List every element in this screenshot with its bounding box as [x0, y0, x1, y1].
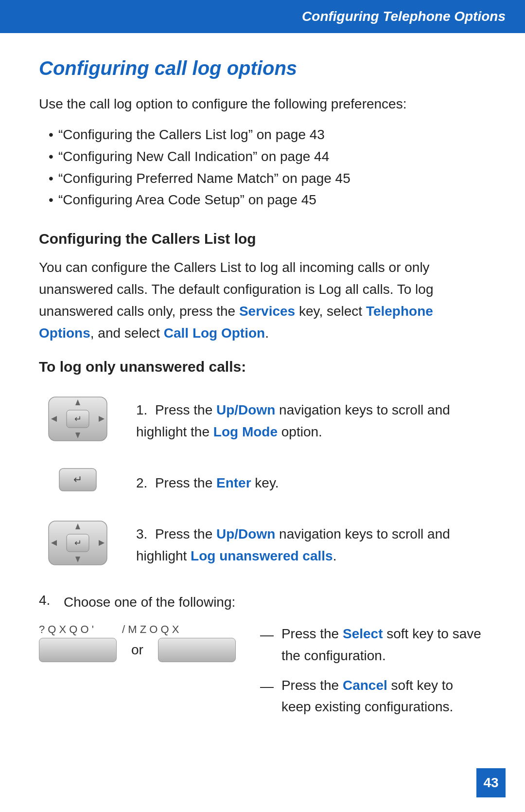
step-3-row: ↵ 3. Press the Up/Down navigation keys t… — [39, 519, 486, 567]
bullet-list: “Configuring the Callers List log” on pa… — [39, 124, 486, 211]
softkey-full-row: ? Q X Q O ' / M Z O Q X or — — [39, 623, 486, 726]
step-4-row: 4. Choose one of the following: — [39, 592, 486, 614]
step3-end: . — [333, 548, 337, 563]
step1-h1: Up/Down — [216, 402, 275, 417]
step-3-image: ↵ — [39, 519, 117, 567]
step-1-text: 1. Press the Up/Down navigation keys to … — [136, 395, 486, 443]
cancel-highlight: Cancel — [343, 678, 387, 693]
dash-item-2: — Press the Cancel soft key to keep exis… — [250, 675, 486, 719]
main-content: Configuring call log options Use the cal… — [0, 33, 525, 765]
softkey-label-row: ? Q X Q O ' / M Z O Q X — [39, 623, 236, 636]
softkey-buttons-row: or — [39, 638, 236, 662]
dash-2: — — [260, 676, 274, 698]
footer-page-number: 43 — [476, 768, 506, 797]
step2-end: key. — [251, 475, 279, 490]
list-item: “Configuring the Callers List log” on pa… — [49, 124, 486, 146]
or-text: or — [131, 642, 143, 658]
dash1-before: Press the — [281, 626, 343, 641]
nav-key-icon-1: ↵ — [46, 395, 109, 443]
step4-num: 4. — [39, 592, 58, 608]
step-3-text: 3. Press the Up/Down navigation keys to … — [136, 519, 486, 567]
softkey-label-1: ? Q X Q O ' — [39, 623, 94, 636]
dash-1: — — [260, 624, 274, 646]
svg-text:↵: ↵ — [74, 538, 82, 548]
step-2-text: 2. Press the Enter key. — [136, 468, 486, 494]
select-softkey-button[interactable] — [39, 638, 117, 662]
step2-h1: Enter — [216, 475, 251, 490]
nav-key-icon-2: ↵ — [46, 519, 109, 567]
step-2-row: ↵ 2. Press the Enter key. — [39, 468, 486, 494]
section1-body: You can configure the Callers List to lo… — [39, 257, 486, 344]
enter-key-icon: ↵ — [58, 468, 97, 492]
page-heading: Configuring call log options — [39, 57, 486, 79]
step1-end: option. — [278, 424, 322, 439]
services-highlight: Services — [239, 304, 295, 319]
dash-2-text: Press the Cancel soft key to keep existi… — [281, 675, 486, 719]
intro-text: Use the call log option to configure the… — [39, 94, 486, 114]
step4-text: Choose one of the following: — [64, 592, 235, 614]
step-num: 1. — [136, 402, 155, 417]
step-2-image: ↵ — [39, 468, 117, 492]
svg-text:↵: ↵ — [73, 473, 82, 486]
step2-before: Press the — [155, 475, 216, 490]
select-highlight: Select — [343, 626, 383, 641]
dash-1-text: Press the Select soft key to save the co… — [281, 623, 486, 667]
softkey-label-2: / M Z O Q X — [122, 623, 179, 636]
body-text-period: . — [265, 325, 269, 341]
step3-h1: Up/Down — [216, 526, 275, 541]
body-text-end: , and select — [90, 325, 164, 341]
dash2-before: Press the — [281, 678, 343, 693]
step1-before: Press the — [155, 402, 216, 417]
subheading: To log only unanswered calls: — [39, 359, 486, 375]
call-log-highlight: Call Log Option — [164, 325, 265, 341]
list-item: “Configuring Area Code Setup” on page 45 — [49, 189, 486, 211]
section1-heading: Configuring the Callers List log — [39, 231, 486, 247]
step-num: 3. — [136, 526, 155, 541]
step-4-block: 4. Choose one of the following: ? Q X Q … — [39, 592, 486, 726]
step-num: 2. — [136, 475, 155, 490]
step3-before: Press the — [155, 526, 216, 541]
cancel-softkey-button[interactable] — [158, 638, 236, 662]
body-text-mid: key, select — [295, 304, 366, 319]
step3-h2: Log unanswered calls — [191, 548, 333, 563]
softkey-left: ? Q X Q O ' / M Z O Q X or — [39, 623, 236, 662]
dash-item-1: — Press the Select soft key to save the … — [250, 623, 486, 667]
header-title: Configuring Telephone Options — [302, 9, 506, 24]
steps-section: ↵ 1. Press the Up/Down navigation keys t… — [39, 395, 486, 726]
list-item: “Configuring New Call Indication” on pag… — [49, 146, 486, 168]
step-1-row: ↵ 1. Press the Up/Down navigation keys t… — [39, 395, 486, 443]
softkey-right-text: — Press the Select soft key to save the … — [250, 623, 486, 726]
page-num: 43 — [483, 775, 498, 791]
header-bar: Configuring Telephone Options — [0, 0, 525, 33]
step1-h2: Log Mode — [213, 424, 278, 439]
step-1-image: ↵ — [39, 395, 117, 443]
list-item: “Configuring Preferred Name Match” on pa… — [49, 168, 486, 190]
svg-text:↵: ↵ — [74, 414, 82, 424]
